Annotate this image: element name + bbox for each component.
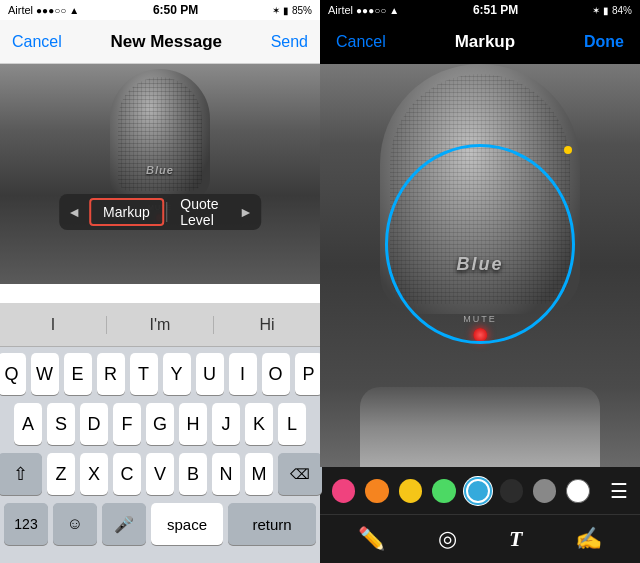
left-status-bar: Airtel ●●●○○ ▲ 6:50 PM ✶ ▮ 85%	[0, 0, 320, 20]
delete-key[interactable]: ⌫	[278, 453, 322, 495]
key-a[interactable]: A	[14, 403, 42, 445]
mic-key[interactable]: 🎤	[102, 503, 146, 545]
key-z[interactable]: Z	[47, 453, 75, 495]
left-signal-icon: ●●●○○	[36, 5, 66, 16]
mic-logo-left: Blue	[146, 164, 174, 176]
left-wifi-icon: ▲	[69, 5, 79, 16]
color-pink[interactable]	[332, 479, 355, 503]
key-x[interactable]: X	[80, 453, 108, 495]
right-status-bar: Airtel ●●●○○ ▲ 6:51 PM ✶ ▮ 84%	[320, 0, 640, 20]
text-tool-icon[interactable]: T	[509, 526, 522, 552]
right-panel: Airtel ●●●○○ ▲ 6:51 PM ✶ ▮ 84% Cancel Ma…	[320, 0, 640, 563]
key-v[interactable]: V	[146, 453, 174, 495]
mic-image-left: Blue MUTE	[0, 64, 320, 284]
sign-tool-icon[interactable]: ✍	[575, 526, 602, 552]
key-h[interactable]: H	[179, 403, 207, 445]
keyboard-area: I I'm Hi Q W E R T Y U I O P A S D F	[0, 303, 320, 563]
key-g[interactable]: G	[146, 403, 174, 445]
left-status-right: ✶ ▮ 85%	[272, 5, 312, 16]
left-carrier: Airtel	[8, 4, 33, 16]
key-y[interactable]: Y	[163, 353, 191, 395]
shift-key[interactable]: ⇧	[0, 453, 42, 495]
predict-word-3[interactable]: Hi	[214, 316, 320, 334]
right-wifi-icon: ▲	[389, 5, 399, 16]
mic-mute-text-right: MUTE	[463, 314, 497, 324]
markup-done-button[interactable]: Done	[584, 33, 624, 51]
return-key[interactable]: return	[228, 503, 316, 545]
key-m[interactable]: M	[245, 453, 273, 495]
mic-led-right	[473, 328, 487, 342]
color-orange[interactable]	[365, 479, 388, 503]
key-o[interactable]: O	[262, 353, 290, 395]
tool-strip: ✏️ ◎ T ✍	[320, 515, 640, 563]
markup-title: Markup	[455, 32, 515, 52]
mic-logo-right: Blue	[456, 254, 503, 275]
predict-word-1[interactable]: I	[0, 316, 107, 334]
color-gray[interactable]	[533, 479, 556, 503]
right-battery-pct: 84%	[612, 5, 632, 16]
context-divider	[166, 202, 167, 222]
lasso-tool-icon[interactable]: ◎	[438, 526, 457, 552]
pen-tool-icon[interactable]: ✏️	[358, 526, 385, 552]
color-blue[interactable]	[466, 479, 490, 503]
key-row-2: A S D F G H J K L	[4, 403, 316, 445]
markup-cancel-button[interactable]: Cancel	[336, 33, 386, 51]
key-u[interactable]: U	[196, 353, 224, 395]
left-status-left: Airtel ●●●○○ ▲	[8, 4, 79, 16]
key-row-1: Q W E R T Y U I O P	[4, 353, 316, 395]
key-row-4: 123 ☺ 🎤 space return	[4, 503, 316, 545]
right-time: 6:51 PM	[473, 3, 518, 17]
color-darkgray[interactable]	[500, 479, 523, 503]
color-white[interactable]	[566, 479, 590, 503]
key-n[interactable]: N	[212, 453, 240, 495]
key-b[interactable]: B	[179, 453, 207, 495]
yellow-dot-annotation	[564, 146, 572, 154]
right-status-right: ✶ ▮ 84%	[592, 5, 632, 16]
send-button[interactable]: Send	[271, 33, 308, 51]
context-menu: ◄ Markup Quote Level ►	[59, 194, 261, 230]
key-f[interactable]: F	[113, 403, 141, 445]
key-c[interactable]: C	[113, 453, 141, 495]
right-bt-icon: ✶	[592, 5, 600, 16]
mic-image-right: Blue MUTE	[320, 64, 640, 467]
mic-grill-right	[380, 64, 580, 314]
left-battery-icon: ▮	[283, 5, 289, 16]
key-k[interactable]: K	[245, 403, 273, 445]
key-l[interactable]: L	[278, 403, 306, 445]
mic-base-right	[360, 387, 600, 467]
key-r[interactable]: R	[97, 353, 125, 395]
mic-grill-left	[110, 69, 210, 199]
right-carrier: Airtel	[328, 4, 353, 16]
message-content-area: Blue MUTE ◄ Markup Quote Level ►	[0, 64, 320, 303]
markup-option[interactable]: Markup	[89, 198, 164, 226]
right-signal-icon: ●●●○○	[356, 5, 386, 16]
space-key[interactable]: space	[151, 503, 223, 545]
predictive-bar: I I'm Hi	[0, 303, 320, 347]
key-e[interactable]: E	[64, 353, 92, 395]
hamburger-icon[interactable]: ☰	[610, 479, 628, 503]
mic-mute-area-right: MUTE	[463, 314, 497, 346]
color-green[interactable]	[432, 479, 455, 503]
context-right-arrow[interactable]: ►	[231, 204, 261, 220]
key-t[interactable]: T	[130, 353, 158, 395]
left-nav-bar: Cancel New Message Send	[0, 20, 320, 64]
cancel-button[interactable]: Cancel	[12, 33, 62, 51]
key-q[interactable]: Q	[0, 353, 26, 395]
left-panel: Airtel ●●●○○ ▲ 6:50 PM ✶ ▮ 85% Cancel Ne…	[0, 0, 320, 563]
key-p[interactable]: P	[295, 353, 323, 395]
key-j[interactable]: J	[212, 403, 240, 445]
key-w[interactable]: W	[31, 353, 59, 395]
left-bt-icon: ✶	[272, 5, 280, 16]
color-strip: ☰	[320, 467, 640, 515]
keyboard-rows: Q W E R T Y U I O P A S D F G H J K L	[0, 347, 320, 557]
key-s[interactable]: S	[47, 403, 75, 445]
context-left-arrow[interactable]: ◄	[59, 204, 89, 220]
key-d[interactable]: D	[80, 403, 108, 445]
emoji-key[interactable]: ☺	[53, 503, 97, 545]
right-nav-bar: Cancel Markup Done	[320, 20, 640, 64]
key-i[interactable]: I	[229, 353, 257, 395]
predict-word-2[interactable]: I'm	[107, 316, 214, 334]
color-yellow[interactable]	[399, 479, 422, 503]
quote-level-option[interactable]: Quote Level	[168, 192, 231, 232]
num-key[interactable]: 123	[4, 503, 48, 545]
